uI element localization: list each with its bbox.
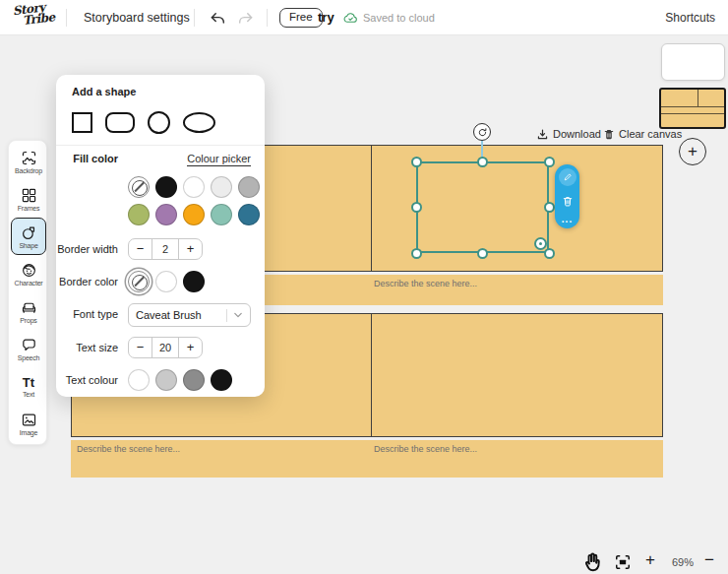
scene-caption-input[interactable]: Describe the scene here... — [77, 444, 180, 454]
text-colour-label: Text colour — [56, 374, 118, 386]
zoom-in-button[interactable]: + — [645, 550, 655, 570]
fill-swatch[interactable] — [183, 204, 205, 225]
text-colour-swatch[interactable] — [128, 369, 150, 391]
border-width-decrease-button[interactable]: − — [129, 239, 152, 259]
fill-swatch-row-2 — [128, 204, 260, 225]
border-width-stepper: − 2 + — [128, 238, 203, 260]
more-options-button[interactable]: ... — [562, 217, 573, 223]
resize-handle-n[interactable] — [477, 157, 488, 167]
resize-handle-nw[interactable] — [411, 157, 422, 167]
app-logo[interactable]: Story Tribe — [12, 0, 66, 35]
edit-shape-button[interactable] — [559, 168, 576, 186]
fill-swatch-row-1 — [128, 176, 260, 198]
fill-color-label: Fill color — [56, 153, 118, 164]
text-colour-swatch[interactable] — [183, 369, 205, 391]
text-size-value[interactable]: 20 — [152, 338, 179, 357]
fill-swatch[interactable] — [238, 204, 260, 225]
speech-icon — [21, 337, 37, 353]
no-fill-swatch[interactable] — [128, 176, 150, 198]
fill-swatch[interactable] — [238, 176, 260, 198]
colour-picker-link[interactable]: Colour picker — [187, 153, 251, 166]
scene-caption-input[interactable]: Describe the scene here... — [374, 444, 477, 454]
font-type-label: Font type — [56, 308, 118, 320]
scene-caption-input[interactable]: Describe the scene here... — [374, 279, 477, 288]
clear-canvas-label: Clear canvas — [619, 128, 682, 140]
download-button[interactable]: Download — [536, 126, 601, 142]
sidebar-item-backdrop[interactable]: Backdrop — [11, 143, 46, 180]
sidebar-item-image[interactable]: Image — [11, 405, 46, 442]
sidebar-item-text[interactable]: Tt Text — [11, 367, 46, 405]
border-width-value[interactable]: 2 — [152, 239, 179, 259]
selected-shape[interactable] — [416, 161, 549, 253]
page-thumbnail-1[interactable] — [661, 43, 725, 81]
text-size-stepper: − 20 + — [128, 337, 203, 358]
tool-sidebar: Backdrop Frames Shape Charac — [8, 140, 47, 445]
sidebar-label: Backdrop — [15, 167, 42, 174]
text-size-decrease-button[interactable]: − — [129, 338, 152, 357]
sidebar-item-frames[interactable]: Frames — [11, 180, 46, 218]
undo-icon[interactable] — [209, 10, 225, 27]
shape-option-rectangle[interactable] — [72, 112, 92, 133]
sidebar-label: Character — [15, 280, 43, 287]
sidebar-label: Props — [20, 317, 36, 324]
zoom-level: 69% — [672, 556, 694, 568]
rotate-icon — [477, 127, 488, 138]
fill-swatch[interactable] — [211, 176, 232, 198]
resize-handle-sw[interactable] — [411, 248, 422, 259]
redo-icon[interactable] — [238, 10, 255, 27]
download-label: Download — [553, 128, 601, 140]
font-type-dropdown[interactable]: Caveat Brush — [128, 303, 251, 327]
fit-to-screen-button[interactable] — [613, 552, 633, 572]
resize-handle-w[interactable] — [411, 202, 422, 213]
text-size-increase-button[interactable]: + — [179, 338, 202, 357]
divider — [66, 9, 67, 27]
pencil-icon — [563, 172, 573, 182]
shape-option-circle[interactable] — [148, 111, 170, 134]
border-swatch[interactable] — [155, 271, 177, 292]
frames-icon — [21, 187, 37, 204]
add-page-button[interactable]: + — [679, 138, 706, 165]
border-color-label: Border color — [56, 276, 118, 287]
border-width-label: Border width — [56, 243, 118, 255]
logo-line2: Tribe — [23, 11, 66, 27]
text-colour-swatch[interactable] — [155, 369, 177, 391]
sidebar-item-character[interactable]: Character — [11, 255, 46, 292]
text-colour-swatch[interactable] — [211, 369, 232, 391]
border-swatch[interactable] — [183, 271, 205, 292]
rotate-handle[interactable] — [473, 123, 491, 141]
sidebar-item-shape[interactable]: Shape — [11, 218, 46, 255]
try-link[interactable]: try — [318, 0, 334, 35]
thumbnail-detail — [661, 106, 724, 107]
page-thumbnail-2-selected[interactable] — [659, 88, 726, 129]
fill-swatch[interactable] — [183, 176, 205, 198]
no-border-swatch[interactable] — [128, 271, 150, 292]
free-plan-badge[interactable]: Free — [279, 8, 323, 28]
fill-swatch[interactable] — [128, 204, 150, 225]
caption-bar-2: Describe the scene here... Describe the … — [71, 440, 663, 478]
zoom-out-button[interactable]: − — [704, 550, 714, 570]
border-color-swatches — [128, 271, 205, 292]
fill-swatch[interactable] — [155, 204, 177, 225]
fill-swatch[interactable] — [155, 176, 177, 198]
thumbnail-detail — [661, 113, 724, 114]
resize-handle-ne[interactable] — [544, 157, 555, 167]
resize-handle-s[interactable] — [477, 248, 488, 259]
sidebar-item-speech[interactable]: Speech — [11, 330, 46, 367]
panel-title: Add a shape — [72, 86, 136, 97]
resize-handle-e[interactable] — [544, 202, 555, 213]
shape-rotate-knob[interactable] — [534, 237, 547, 250]
delete-shape-button[interactable] — [562, 195, 574, 208]
sidebar-label: Image — [20, 429, 37, 436]
shortcuts-button[interactable]: Shortcuts — [665, 0, 715, 35]
sidebar-item-props[interactable]: Props — [11, 292, 46, 330]
border-width-increase-button[interactable]: + — [179, 239, 202, 259]
shape-option-rounded-rectangle[interactable] — [105, 112, 135, 133]
fill-swatch[interactable] — [211, 204, 232, 225]
divider — [267, 9, 268, 27]
props-icon — [21, 299, 37, 316]
storyboard-settings-button[interactable]: Storyboard settings — [84, 0, 190, 35]
pan-hand-button[interactable] — [581, 551, 603, 573]
resize-handle-se[interactable] — [544, 248, 555, 259]
sidebar-label: Shape — [19, 242, 37, 249]
shape-option-ellipse[interactable] — [183, 112, 215, 133]
